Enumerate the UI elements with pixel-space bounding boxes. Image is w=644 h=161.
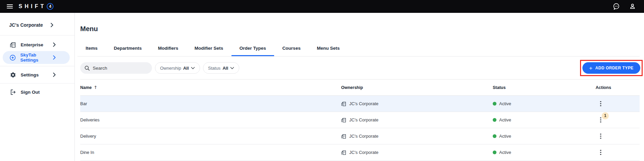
filter-value: All [183, 66, 189, 71]
org-name: JC's Corporate [9, 22, 43, 28]
company-icon [341, 117, 347, 123]
brand-logo: SHIFT 4 [19, 3, 53, 10]
sidebar-item-enterprise[interactable]: Enterprise [0, 38, 74, 51]
annotation-highlight-box: + ADD ORDER TYPE [580, 60, 643, 76]
chevron-right-icon [53, 72, 56, 77]
ownership-filter[interactable]: Ownership All [155, 62, 200, 74]
status-badge: Active [499, 101, 511, 106]
row-ownership: JC's Corporate [349, 101, 378, 106]
tab-courses[interactable]: Courses [274, 40, 309, 56]
row-name: Dine In [80, 150, 341, 155]
status-badge: Active [499, 150, 511, 155]
tab-modifiers[interactable]: Modifiers [150, 40, 186, 56]
search-box[interactable] [80, 62, 152, 74]
status-filter[interactable]: Status All [203, 62, 239, 74]
tab-departments[interactable]: Departments [106, 40, 150, 56]
chevron-down-icon [230, 67, 234, 70]
sidebar-divider [0, 83, 74, 84]
chevron-right-icon [53, 42, 56, 47]
main-content: Menu Items Departments Modifiers Modifie… [75, 13, 644, 161]
table-row[interactable]: Delivery JC's Corporate Active [80, 128, 640, 144]
sidebar-divider [0, 66, 74, 66]
row-name: Deliveries [80, 117, 341, 122]
status-badge: Active [499, 134, 511, 139]
hamburger-menu-icon[interactable] [7, 4, 13, 8]
table-row[interactable]: Dine In JC's Corporate Active [80, 144, 640, 161]
menu-tabs: Items Departments Modifiers Modifier Set… [77, 40, 640, 56]
add-order-type-button[interactable]: + ADD ORDER TYPE [582, 62, 640, 74]
kebab-menu-icon[interactable] [596, 132, 605, 141]
table-row[interactable]: Deliveries JC's Corporate Active 1 [80, 112, 640, 128]
status-dot [493, 118, 496, 122]
kebab-menu-icon[interactable] [596, 148, 605, 157]
filter-value: All [223, 66, 228, 71]
row-ownership: JC's Corporate [349, 117, 378, 122]
search-input[interactable] [93, 66, 143, 71]
add-order-type-label: ADD ORDER TYPE [595, 66, 634, 70]
table-row[interactable]: Bar JC's Corporate Active [80, 96, 640, 112]
sidebar-item-label: Enterprise [21, 42, 43, 47]
chat-bubble-icon[interactable] [613, 3, 620, 10]
sign-out-icon [9, 89, 16, 95]
filter-label: Status [208, 66, 221, 71]
row-name: Delivery [80, 134, 341, 139]
sort-ascending-icon[interactable]: ↑ [94, 85, 97, 90]
sidebar-item-label: SkyTab Settings [20, 52, 48, 63]
tab-items[interactable]: Items [77, 40, 106, 56]
row-ownership: JC's Corporate [349, 134, 378, 139]
status-dot [493, 134, 496, 138]
column-header-name: Name ↑ [80, 85, 341, 90]
column-header-ownership: Ownership [341, 85, 493, 90]
toolbar: Ownership All Status All + ADD ORDER TYP… [80, 60, 640, 76]
plus-icon: + [589, 65, 593, 71]
company-icon [341, 150, 347, 155]
column-header-status: Status [493, 85, 596, 90]
row-ownership: JC's Corporate [349, 150, 378, 155]
sidebar-item-sign-out[interactable]: Sign Out [0, 86, 74, 98]
tab-order-types[interactable]: Order Types [231, 40, 274, 56]
brand-text: SHIFT [19, 3, 46, 9]
account-icon[interactable] [629, 3, 636, 10]
count-badge: 1 [602, 112, 609, 119]
status-dot [493, 102, 496, 106]
sidebar-item-skytab-settings[interactable]: SkyTab Settings [3, 51, 70, 64]
chevron-right-icon [50, 23, 53, 27]
gear-icon [9, 71, 16, 78]
tab-modifier-sets[interactable]: Modifier Sets [186, 40, 231, 56]
kebab-menu-icon[interactable]: 1 [596, 116, 605, 124]
topbar: SHIFT 4 [0, 0, 644, 13]
company-icon [341, 101, 347, 107]
filter-label: Ownership [160, 66, 181, 71]
sidebar-item-label: Settings [21, 72, 39, 77]
sidebar-item-settings[interactable]: Settings [0, 68, 74, 81]
tab-menu-sets[interactable]: Menu Sets [309, 40, 348, 56]
column-header-actions: Actions [596, 85, 640, 90]
building-icon [9, 41, 16, 48]
row-name: Bar [80, 101, 341, 106]
order-types-table: Name ↑ Ownership Status Actions Bar JC's… [80, 79, 640, 161]
chevron-down-icon [191, 67, 195, 70]
sidebar-item-org-selector[interactable]: JC's Corporate [0, 18, 74, 32]
sidebar: JC's Corporate Enterprise SkyTab Set [0, 13, 75, 161]
sidebar-item-label: Sign Out [21, 90, 40, 95]
chevron-right-icon [53, 55, 56, 60]
status-badge: Active [499, 117, 511, 122]
search-icon [84, 65, 90, 71]
company-icon [341, 134, 347, 139]
status-dot [493, 151, 496, 154]
kebab-menu-icon[interactable] [596, 99, 605, 108]
table-header-row: Name ↑ Ownership Status Actions [80, 79, 640, 96]
page-title: Menu [80, 25, 640, 32]
brand-badge-4: 4 [47, 3, 53, 10]
sparkle-circle-icon [9, 54, 16, 61]
